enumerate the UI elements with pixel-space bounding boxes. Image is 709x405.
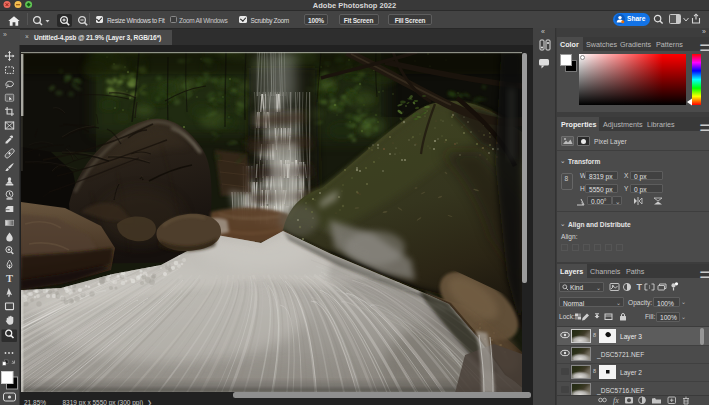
svg-text:T: T — [637, 282, 643, 292]
svg-text:T: T — [6, 273, 13, 284]
svg-text:fx: fx — [613, 396, 619, 405]
